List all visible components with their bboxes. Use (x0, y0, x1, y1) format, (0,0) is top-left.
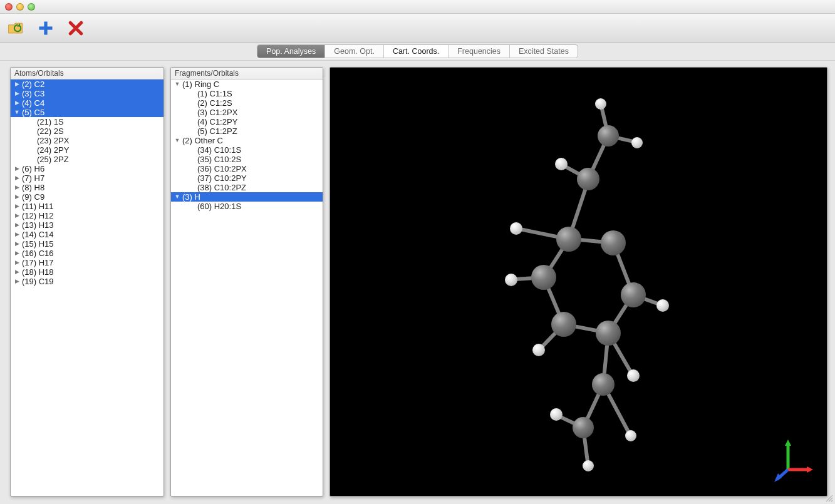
close-window-button[interactable] (5, 3, 13, 11)
tree-row-label: (37) C10:2PY (196, 173, 247, 183)
tree-row[interactable]: ▼(3) H (171, 192, 323, 202)
tree-row-label: (35) C10:2S (196, 155, 241, 164)
tree-row[interactable]: (2) C1:2S (171, 98, 323, 108)
view-tabstrip: Pop. AnalysesGeom. Opt.Cart. Coords.Freq… (0, 43, 835, 61)
disclosure-open-icon[interactable]: ▼ (174, 192, 181, 202)
carbon-atom (577, 168, 599, 190)
x-icon (67, 19, 85, 37)
disclosure-closed-icon[interactable]: ▶ (13, 277, 21, 286)
tree-row[interactable]: (1) C1:1S (171, 89, 323, 98)
hydrogen-atom (627, 369, 640, 382)
disclosure-closed-icon[interactable]: ▶ (13, 211, 21, 220)
disclosure-open-icon[interactable]: ▼ (174, 80, 181, 89)
tab-excited-states[interactable]: Excited States (510, 45, 578, 58)
carbon-atom (531, 265, 556, 290)
tree-row[interactable]: ▶(12) H12 (11, 211, 163, 220)
tree-row[interactable]: ▶(7) H7 (11, 173, 163, 183)
disclosure-closed-icon[interactable]: ▶ (13, 220, 21, 230)
tab-pop-analyses[interactable]: Pop. Analyses (257, 45, 325, 58)
tree-row[interactable]: (4) C1:2PY (171, 117, 323, 126)
tree-row[interactable]: ▶(2) C2 (11, 80, 163, 89)
carbon-atom (601, 230, 626, 255)
tree-row[interactable]: (36) C10:2PX (171, 164, 323, 173)
tree-row[interactable]: ▶(9) C9 (11, 192, 163, 202)
tree-row-label: (2) C1:2S (196, 98, 232, 108)
disclosure-closed-icon[interactable]: ▶ (13, 183, 21, 192)
tree-row-label: (5) C1:2PZ (196, 126, 237, 136)
tree-row[interactable]: ▼(5) C5 (11, 108, 163, 117)
tree-row[interactable]: (24) 2PY (11, 145, 163, 155)
tree-row-label: (38) C10:2PZ (196, 183, 246, 192)
tree-row[interactable]: ▶(8) H8 (11, 183, 163, 192)
tab-geom-opt[interactable]: Geom. Opt. (325, 45, 384, 58)
svg-marker-5 (807, 466, 813, 473)
disclosure-closed-icon[interactable]: ▶ (13, 258, 21, 267)
zoom-window-button[interactable] (28, 3, 35, 11)
tree-row-label: (11) H11 (21, 202, 54, 211)
molecule-3d-view[interactable] (329, 67, 827, 496)
tree-row[interactable]: ▶(17) H17 (11, 258, 163, 267)
tree-row[interactable]: ▶(16) C16 (11, 249, 163, 258)
tree-row[interactable]: (3) C1:2PX (171, 108, 323, 117)
tree-row[interactable]: (25) 2PZ (11, 155, 163, 164)
tree-row[interactable]: ▼(2) Other C (171, 136, 323, 145)
carbon-atom (621, 282, 646, 307)
disclosure-closed-icon[interactable]: ▶ (13, 98, 21, 108)
tree-row[interactable]: (5) C1:2PZ (171, 126, 323, 136)
tree-row[interactable]: (37) C10:2PY (171, 173, 323, 183)
tree-row-label: (3) H (181, 192, 200, 202)
tree-row[interactable]: (38) C10:2PZ (171, 183, 323, 192)
tree-row-label: (19) C19 (21, 277, 54, 286)
window-resize-grip-icon[interactable] (825, 494, 834, 503)
tree-row[interactable]: ▼(1) Ring C (171, 80, 323, 89)
remove-button[interactable] (66, 19, 85, 38)
hydrogen-atom (656, 299, 669, 312)
tree-row[interactable]: ▶(15) H15 (11, 239, 163, 249)
disclosure-closed-icon[interactable]: ▶ (13, 267, 21, 277)
hydrogen-atom (505, 274, 517, 286)
svg-rect-1 (39, 26, 53, 29)
tree-row[interactable]: (60) H20:1S (171, 202, 323, 211)
disclosure-closed-icon[interactable]: ▶ (13, 80, 21, 89)
disclosure-closed-icon[interactable]: ▶ (13, 239, 21, 249)
disclosure-closed-icon[interactable]: ▶ (13, 89, 21, 98)
tree-row[interactable]: (35) C10:2S (171, 155, 323, 164)
add-button[interactable] (36, 19, 55, 38)
fragments-orbitals-panel: Fragments/Orbitals ▼(1) Ring C(1) C1:1S(… (170, 67, 323, 496)
tree-row-label: (3) C3 (21, 89, 44, 98)
carbon-atom (592, 373, 615, 396)
tree-row-label: (1) Ring C (181, 80, 219, 89)
tree-row[interactable]: ▶(13) H13 (11, 220, 163, 230)
tab-frequencies[interactable]: Frequencies (449, 45, 510, 58)
tree-row[interactable]: ▶(18) H18 (11, 267, 163, 277)
disclosure-closed-icon[interactable]: ▶ (13, 173, 21, 183)
tree-row[interactable]: (21) 1S (11, 117, 163, 126)
atoms-orbitals-tree[interactable]: ▶(2) C2▶(3) C3▶(4) C4▼(5) C5(21) 1S(22) … (11, 80, 163, 496)
tree-row[interactable]: (22) 2S (11, 126, 163, 136)
disclosure-open-icon[interactable]: ▼ (174, 136, 181, 145)
tree-row[interactable]: ▶(3) C3 (11, 89, 163, 98)
disclosure-open-icon[interactable]: ▼ (13, 108, 21, 117)
tree-row-label: (22) 2S (36, 126, 64, 136)
tree-row[interactable]: (23) 2PX (11, 136, 163, 145)
tree-row[interactable]: ▶(14) C14 (11, 230, 163, 239)
disclosure-closed-icon[interactable]: ▶ (13, 249, 21, 258)
disclosure-closed-icon[interactable]: ▶ (13, 164, 21, 173)
folder-refresh-icon (7, 19, 24, 37)
tab-cart-coords[interactable]: Cart. Coords. (384, 45, 449, 58)
tree-row-label: (9) C9 (21, 192, 44, 202)
fragments-orbitals-tree[interactable]: ▼(1) Ring C(1) C1:1S(2) C1:2S(3) C1:2PX(… (171, 80, 323, 496)
tree-row[interactable]: ▶(4) C4 (11, 98, 163, 108)
tree-row-label: (14) C14 (21, 230, 54, 239)
disclosure-closed-icon[interactable]: ▶ (13, 192, 21, 202)
open-file-button[interactable] (6, 19, 25, 38)
minimize-window-button[interactable] (16, 3, 24, 11)
tree-row-label: (18) H18 (21, 267, 54, 277)
disclosure-closed-icon[interactable]: ▶ (13, 230, 21, 239)
disclosure-closed-icon[interactable]: ▶ (13, 202, 21, 211)
axis-widget-icon (769, 438, 813, 482)
tree-row[interactable]: (34) C10:1S (171, 145, 323, 155)
tree-row[interactable]: ▶(19) C19 (11, 277, 163, 286)
tree-row[interactable]: ▶(6) H6 (11, 164, 163, 173)
tree-row[interactable]: ▶(11) H11 (11, 202, 163, 211)
